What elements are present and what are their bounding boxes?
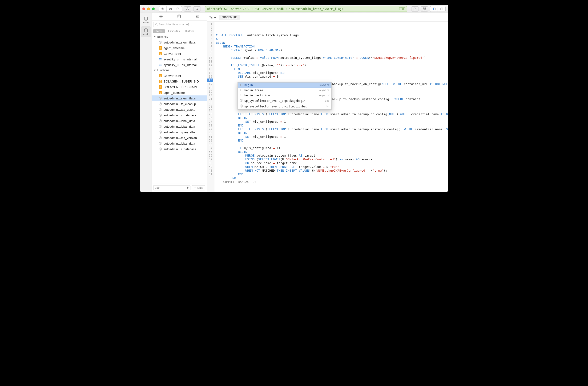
tree-item[interactable]: autoadmin…r_database — [152, 112, 207, 118]
db-item-master[interactable]: master — [141, 15, 151, 25]
tab-history[interactable]: History — [183, 29, 196, 33]
panel-left-icon[interactable] — [430, 6, 438, 12]
svg-rect-32 — [159, 65, 160, 66]
tree-item[interactable]: ()agent_datetime — [152, 90, 207, 96]
reload-icon[interactable] — [411, 6, 419, 12]
code-line: END — [216, 139, 446, 142]
tree-item[interactable]: autoadmin…lobal_data — [152, 141, 207, 146]
svg-point-36 — [160, 109, 161, 110]
line-number: 30 — [207, 131, 213, 135]
minimize-icon[interactable] — [147, 7, 150, 10]
autocomplete-item[interactable]: begin keyword — [238, 82, 331, 88]
autocomplete-item[interactable]: sp_syscollector_event_onpackagebegin dbo — [238, 98, 331, 104]
table-icon — [158, 63, 162, 67]
svg-rect-31 — [161, 65, 162, 65]
line-number: 1 — [207, 22, 213, 26]
line-number: 7 — [207, 45, 213, 48]
tree-item[interactable]: ()SQLAGEN…ER_SNAME — [152, 84, 207, 90]
tree-item[interactable]: sysutility_u…ns_internal — [152, 62, 207, 68]
line-number: 9 — [207, 52, 213, 56]
svg-point-18 — [178, 15, 181, 16]
svg-rect-26 — [161, 59, 162, 59]
code-line: END — [216, 176, 446, 180]
code-line: BEGIN — [216, 131, 446, 135]
tree-item[interactable]: autoadmin…lobal_data — [152, 118, 207, 124]
code-line: MERGE autoadmin_system_flags AS target — [216, 154, 446, 157]
magnifier-icon — [155, 23, 158, 26]
tree-item[interactable]: ()ConvertToInt — [152, 51, 207, 57]
location-badge: loc — [399, 7, 405, 10]
line-number: 11 — [207, 60, 213, 63]
tree-item[interactable]: autoadmin…ta_cleanup — [152, 101, 207, 107]
code-area[interactable]: CREATE PROCEDURE autoadmin_fetch_system_… — [214, 22, 448, 192]
db-item-msdb[interactable]: msdb — [141, 26, 151, 37]
sidebar-tabs: Items Favorites History — [152, 28, 207, 34]
tree-section-functions[interactable]: Functions — [152, 68, 207, 73]
svg-point-34 — [160, 98, 161, 99]
code-line: SET @is_configured = 1 — [216, 135, 446, 139]
line-number: 5 — [207, 37, 213, 41]
tab-items[interactable]: Items — [153, 29, 165, 33]
keyword-icon — [240, 83, 243, 87]
tree-item[interactable]: autoadmin…lobal_data — [152, 124, 207, 129]
code-line: WHEN MATCHED THEN UPDATE SET target.valu… — [216, 165, 446, 169]
add-table-button[interactable]: +Table — [192, 185, 205, 191]
tree-item[interactable]: autoadmin…r_database — [152, 146, 207, 152]
tree-item[interactable]: autoadmin…ma_version — [152, 135, 207, 141]
svg-point-3 — [170, 8, 171, 9]
svg-point-48 — [241, 106, 242, 106]
line-number: 21 — [207, 97, 213, 101]
tree-item[interactable]: ()agent_datetime — [152, 45, 207, 51]
line-number: 13 — [207, 67, 213, 71]
tree-item[interactable]: autoadmin…stem_flags — [152, 39, 207, 45]
table-icon — [158, 57, 162, 61]
tree-item[interactable]: ()ConvertToInt — [152, 73, 207, 78]
autocomplete-item[interactable]: sp_syscollector_event_oncollectionbe… db… — [238, 104, 331, 109]
keyword-icon — [240, 89, 243, 92]
plus-icon: + — [194, 186, 196, 190]
zoom-icon[interactable] — [152, 7, 155, 10]
tree-section-recently[interactable]: Recently — [152, 34, 207, 39]
line-gutter: 1234567891011121314151617181920212223242… — [207, 22, 214, 192]
tab-favorites[interactable]: Favorites — [166, 29, 182, 33]
line-number: 8 — [207, 48, 213, 52]
autocomplete-popup[interactable]: begin keyword begin_frame keyword begin_… — [237, 82, 332, 110]
grid-icon[interactable] — [421, 6, 428, 12]
cancel-icon[interactable] — [159, 6, 167, 12]
db-icon[interactable] — [177, 14, 181, 19]
svg-point-39 — [160, 126, 161, 127]
autocomplete-item[interactable]: begin_frame keyword — [238, 88, 331, 93]
sql-editor[interactable]: 1234567891011121314151617181920212223242… — [207, 22, 448, 192]
code-line: DECLARE @value NVARCHAR(MAX) — [216, 48, 446, 52]
close-icon[interactable] — [142, 7, 145, 10]
tree-item[interactable]: autoadmin…ata_delete — [152, 107, 207, 112]
code-line: DECLARE @is_configured BIT — [216, 71, 446, 75]
code-line: BEGIN — [216, 150, 446, 154]
autocomplete-item[interactable]: begin_partition keyword — [238, 93, 331, 98]
svg-rect-30 — [159, 65, 160, 65]
code-line: ELSE IF EXISTS (SELECT TOP 1 credential_… — [216, 127, 446, 131]
eye-icon[interactable] — [167, 6, 174, 12]
lock-icon[interactable] — [184, 6, 191, 12]
tree-item[interactable]: autoadmin…stem_flags — [152, 96, 207, 101]
tree-item[interactable]: sysutility_u…ns_internal — [152, 57, 207, 62]
function-icon: () — [158, 52, 162, 56]
schema-dropdown[interactable]: dbo ▲▼ — [153, 185, 190, 191]
line-number: 14 — [207, 71, 213, 75]
panel-right-icon[interactable] — [438, 6, 445, 12]
search-input[interactable]: Search for item: ^name$… — [153, 22, 205, 27]
refresh-icon[interactable] — [174, 6, 182, 12]
line-number: 22 — [207, 101, 213, 105]
tree-item[interactable]: ()SQLAGEN…SUSER_SID — [152, 78, 207, 84]
plug-icon[interactable] — [159, 14, 163, 19]
line-number: 23 — [207, 105, 213, 109]
search-icon[interactable] — [193, 6, 201, 12]
gear-icon — [158, 125, 162, 128]
svg-rect-24 — [159, 58, 162, 58]
svg-rect-13 — [441, 8, 443, 10]
line-number: 29 — [207, 127, 213, 131]
svg-rect-27 — [159, 60, 160, 60]
sql-icon[interactable]: SQL — [195, 14, 200, 19]
breadcrumb[interactable]: Microsoft SQL Server 2017 : SQL Server :… — [205, 6, 407, 12]
tree-item[interactable]: autoadmin…query_dbs — [152, 129, 207, 135]
